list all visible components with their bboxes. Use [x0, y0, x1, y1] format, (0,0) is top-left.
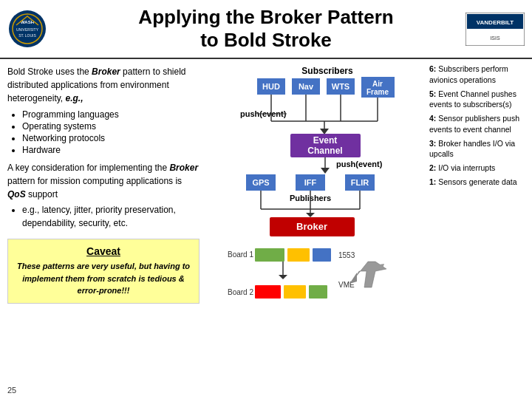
logo-right: VANDERBILT ISIS: [466, 13, 525, 46]
caveat-text: These patterns are very useful, but havi…: [14, 260, 193, 297]
svg-rect-51: [255, 248, 284, 262]
key-consideration-text: A key consideration for implementing the…: [7, 161, 200, 231]
boards-diagram: Board 1 1553 VME Board 2: [224, 247, 409, 313]
caveat-title: Caveat: [14, 245, 193, 257]
svg-text:VANDERBILT: VANDERBILT: [477, 19, 514, 26]
svg-text:ST. LOUIS: ST. LOUIS: [18, 33, 36, 38]
step-2: 2: I/O via interrupts: [429, 163, 528, 174]
svg-rect-59: [255, 285, 281, 299]
page-title: Applying the Broker Pattern to Bold Stro…: [138, 6, 393, 52]
svg-marker-26: [320, 129, 329, 134]
caveat-box: Caveat These patterns are very useful, b…: [7, 239, 200, 304]
svg-text:push(event): push(event): [336, 160, 383, 168]
svg-rect-53: [313, 248, 331, 262]
broker-diagram: Subscribers HUD Nav WTS Air Frame: [216, 64, 416, 241]
logo-left: WASH UNIVERSITY ST. LOUIS: [7, 9, 48, 50]
svg-marker-47: [306, 213, 315, 217]
svg-text:HUD: HUD: [262, 82, 280, 91]
right-column: 6: Subscribers perform avionics operatio…: [425, 59, 532, 399]
main-content: Bold Stroke uses the Broker pattern to s…: [0, 59, 532, 399]
page-number: 25: [7, 386, 16, 395]
svg-text:Board 2: Board 2: [228, 288, 253, 296]
step-6: 6: Subscribers perform avionics operatio…: [429, 64, 528, 85]
list-item: Networking protocols: [22, 133, 200, 143]
step-4: 4: Sensor publishers push events to even…: [429, 113, 528, 134]
svg-text:WTS: WTS: [331, 82, 349, 91]
step-1: 1: Sensors generate data: [429, 177, 528, 188]
page-header: WASH UNIVERSITY ST. LOUIS Applying the B…: [0, 0, 532, 59]
svg-text:Nav: Nav: [298, 82, 313, 91]
svg-text:1553: 1553: [338, 251, 355, 259]
svg-rect-61: [309, 285, 327, 299]
svg-rect-52: [287, 248, 310, 262]
bullet-list: Programming languages Operating systems …: [7, 109, 200, 157]
svg-text:Broker: Broker: [296, 221, 327, 232]
svg-text:Air: Air: [372, 80, 383, 88]
svg-text:Event: Event: [313, 135, 337, 146]
svg-text:Frame: Frame: [366, 88, 388, 96]
svg-text:FLIR: FLIR: [350, 178, 368, 187]
svg-marker-56: [279, 275, 287, 279]
svg-text:UNIVERSITY: UNIVERSITY: [16, 27, 39, 32]
svg-marker-33: [321, 168, 330, 174]
left-column: Bold Stroke uses the Broker pattern to s…: [0, 59, 207, 399]
svg-text:Subscribers: Subscribers: [301, 66, 353, 76]
svg-text:Board 1: Board 1: [228, 250, 253, 259]
list-item: e.g., latency, jitter, priority preserva…: [22, 203, 200, 230]
center-column: Subscribers HUD Nav WTS Air Frame: [207, 59, 425, 399]
svg-text:IFF: IFF: [304, 178, 316, 187]
list-item: Hardware: [22, 145, 200, 155]
step-5: 5: Event Channel pushes events to subscr…: [429, 89, 528, 110]
svg-rect-60: [284, 285, 306, 299]
step-3: 3: Broker handles I/O via upcalls: [429, 138, 528, 160]
list-item: Operating systems: [22, 121, 200, 132]
list-item: Programming languages: [22, 109, 200, 120]
svg-text:Channel: Channel: [307, 146, 342, 156]
svg-text:GPS: GPS: [252, 178, 269, 187]
svg-text:ISIS: ISIS: [490, 35, 500, 41]
intro-text: Bold Stroke uses the Broker pattern to s…: [7, 65, 200, 105]
